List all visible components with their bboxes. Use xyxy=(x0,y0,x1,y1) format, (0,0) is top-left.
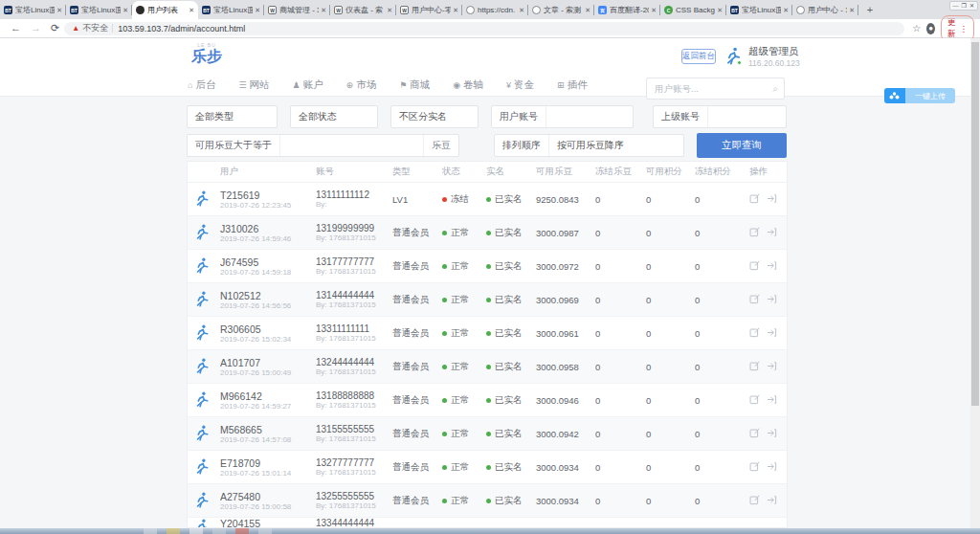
tab-close-icon[interactable]: ✕ xyxy=(717,7,723,14)
type-select[interactable]: 全部类型 xyxy=(187,105,278,128)
nav-search-box[interactable]: ⌕ xyxy=(646,78,785,100)
browser-tab-7[interactable]: https://cdn.✕ xyxy=(462,1,528,19)
account-phone: 13311111111 xyxy=(316,323,389,334)
edit-icon[interactable] xyxy=(749,190,760,208)
login-as-user-icon[interactable] xyxy=(767,257,777,275)
nav-item-home[interactable]: ⌂后台 xyxy=(188,78,215,92)
edit-icon[interactable] xyxy=(749,324,760,342)
close-icon[interactable]: ✕ xyxy=(969,3,974,9)
edit-icon[interactable] xyxy=(749,425,760,442)
search-icon[interactable]: ⌕ xyxy=(772,83,778,95)
user-cell: J6745952019-07-26 14:59:18 xyxy=(220,256,316,277)
login-as-user-icon[interactable] xyxy=(767,391,777,409)
netdisk-upload-widget[interactable]: 一键上传 xyxy=(884,88,955,103)
back-to-frontend-button[interactable]: 返回前台 xyxy=(681,49,716,64)
login-as-user-icon[interactable] xyxy=(767,324,777,342)
browser-tab-0[interactable]: BT宝塔Linux面✕ xyxy=(0,1,66,19)
bookmark-star-icon[interactable]: ☆ xyxy=(912,23,921,33)
back-icon[interactable]: ← xyxy=(11,23,21,33)
realname-select[interactable]: 不区分实名 xyxy=(390,105,479,128)
site-icon: ☰ xyxy=(238,80,246,90)
user-register-date: 2019-07-26 14:59:46 xyxy=(220,234,312,243)
browser-tab-9[interactable]: 百百度翻译-20✕ xyxy=(594,1,660,19)
tab-close-icon[interactable]: ✕ xyxy=(783,7,789,14)
menu-dots-icon[interactable]: ⋮ xyxy=(960,24,969,33)
reload-icon[interactable]: ⟳ xyxy=(51,23,59,33)
tab-close-icon[interactable]: ✕ xyxy=(453,7,458,14)
tab-close-icon[interactable]: ✕ xyxy=(255,7,260,14)
status-select[interactable]: 全部状态 xyxy=(290,105,378,128)
page-scrollbar[interactable] xyxy=(970,38,980,528)
browser-tab-12[interactable]: 用户中心 - 1✕ xyxy=(792,1,858,19)
account-input[interactable] xyxy=(546,106,633,127)
login-as-user-icon[interactable] xyxy=(767,224,777,241)
login-as-user-icon[interactable] xyxy=(767,358,777,375)
available-ledou-cell: 3000.0934 xyxy=(536,496,595,506)
minimize-icon[interactable]: — xyxy=(953,3,959,9)
edit-icon[interactable] xyxy=(749,358,760,375)
new-tab-button[interactable]: + xyxy=(862,2,878,17)
browser-tab-4[interactable]: W商城管理 - 3✕ xyxy=(264,1,330,19)
browser-tab-10[interactable]: CCSS Backgr✕ xyxy=(660,1,726,19)
tab-close-icon[interactable]: ✕ xyxy=(585,7,590,14)
url-bar[interactable]: ▲ 不安全 103.59.103.7/admin/account.html xyxy=(64,22,904,35)
browser-tab-2[interactable]: 用户列表✕ xyxy=(132,1,198,19)
favicon-globe-icon xyxy=(532,6,541,14)
scrollbar-thumb[interactable] xyxy=(971,42,979,406)
security-label[interactable]: 不安全 xyxy=(82,22,108,34)
tab-close-icon[interactable]: ✕ xyxy=(56,7,62,14)
order-select[interactable]: 按可用乐豆降序 xyxy=(548,135,683,156)
query-button[interactable]: 立即查询 xyxy=(697,133,787,158)
site-logo[interactable]: LE BU 乐步 xyxy=(191,42,222,65)
nav-item-funds[interactable]: ¥资金 xyxy=(506,78,534,92)
login-as-user-icon[interactable] xyxy=(767,425,777,442)
browser-tab-8[interactable]: 文章 - 索测✕ xyxy=(528,1,594,19)
edit-icon[interactable] xyxy=(749,391,760,409)
browser-tab-3[interactable]: BT宝塔Linux面✕ xyxy=(198,1,264,19)
admin-name: 超级管理员 xyxy=(748,45,800,58)
admin-profile[interactable]: 超级管理员 116.20.60.123 xyxy=(724,45,800,68)
tab-close-icon[interactable]: ✕ xyxy=(321,7,326,14)
nav-item-label: 账户 xyxy=(303,78,323,92)
edit-icon[interactable] xyxy=(749,224,760,241)
tab-close-icon[interactable]: ✕ xyxy=(651,7,657,14)
edit-icon[interactable] xyxy=(749,458,760,476)
tab-close-icon[interactable]: ✕ xyxy=(849,7,855,14)
tab-close-icon[interactable]: ✕ xyxy=(387,7,392,14)
nav-item-mall[interactable]: ⚑商城 xyxy=(399,78,430,92)
tab-close-icon[interactable]: ✕ xyxy=(122,7,128,14)
profile-avatar[interactable]: ● xyxy=(926,23,935,34)
nav-item-site[interactable]: ☰网站 xyxy=(238,78,269,92)
edit-icon[interactable] xyxy=(749,492,760,509)
nav-item-market[interactable]: ⊕市场 xyxy=(346,78,377,92)
nav-item-account[interactable]: ♟账户 xyxy=(293,78,323,92)
browser-tab-1[interactable]: BT宝塔Linux面✕ xyxy=(66,1,132,19)
parent-field-group: 上级账号 xyxy=(653,105,787,128)
taskbar-sliver[interactable] xyxy=(0,528,980,534)
nav-item-plugin[interactable]: ⊞插件 xyxy=(557,78,588,92)
ledou-min-input[interactable] xyxy=(279,135,423,156)
login-as-user-icon[interactable] xyxy=(767,492,777,509)
parent-input[interactable] xyxy=(707,106,786,127)
forward-icon[interactable]: → xyxy=(31,23,41,33)
netdisk-icon[interactable] xyxy=(884,88,905,103)
url-text[interactable]: 103.59.103.7/admin/account.html xyxy=(118,24,245,33)
edit-icon[interactable] xyxy=(749,257,760,275)
login-as-user-icon[interactable] xyxy=(767,190,777,208)
frozen-ledou-cell: 0 xyxy=(595,194,646,205)
tab-close-icon[interactable]: ✕ xyxy=(519,7,524,14)
tab-close-icon[interactable]: ✕ xyxy=(189,7,194,14)
status-dot xyxy=(442,432,447,436)
netdisk-label[interactable]: 一键上传 xyxy=(905,88,955,103)
edit-icon[interactable] xyxy=(749,291,760,308)
browser-tab-11[interactable]: BT宝塔Linux面✕ xyxy=(726,1,792,19)
type-cell: 普通会员 xyxy=(392,227,442,239)
search-input[interactable] xyxy=(653,82,772,95)
nav-item-scroll[interactable]: ◉卷轴 xyxy=(453,78,483,92)
restore-icon[interactable]: ❐ xyxy=(962,3,967,9)
login-as-user-icon[interactable] xyxy=(767,291,777,308)
account-field-label: 用户账号 xyxy=(492,106,546,127)
browser-tab-5[interactable]: W仪表盘 - 索✕ xyxy=(330,1,396,19)
login-as-user-icon[interactable] xyxy=(767,458,777,476)
browser-tab-6[interactable]: W用户中心-零✕ xyxy=(396,1,462,19)
